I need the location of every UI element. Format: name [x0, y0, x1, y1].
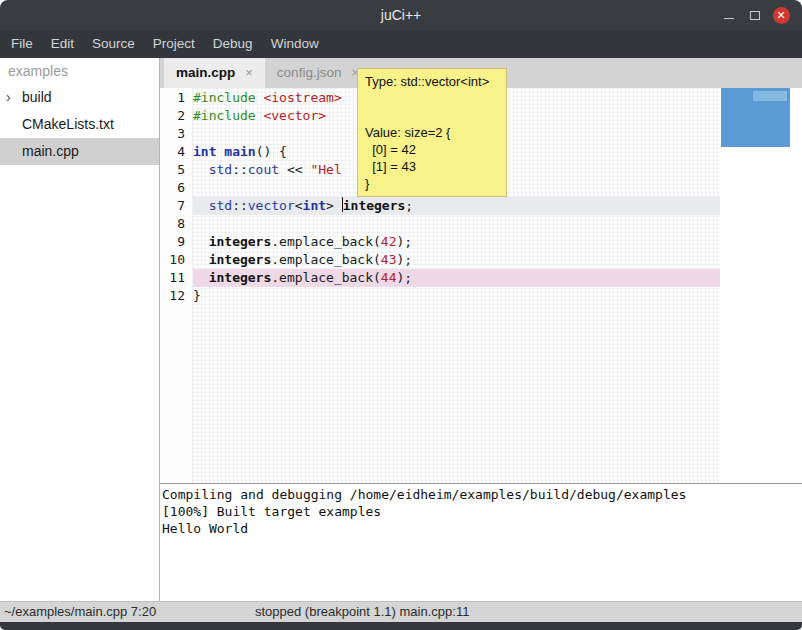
tooltip-line: [1] = 43 — [365, 158, 499, 175]
map-highlight — [753, 91, 787, 101]
code-token: #include — [193, 108, 263, 123]
scroll-indicator[interactable] — [721, 88, 790, 147]
line-number: 4 — [160, 143, 192, 161]
tab-main-cpp[interactable]: main.cpp× — [164, 58, 265, 88]
menu-bar: FileEditSourceProjectDebugWindow — [0, 30, 802, 58]
code-token: ); — [397, 270, 413, 285]
close-icon[interactable]: × — [245, 65, 253, 80]
code-token: integers — [343, 198, 406, 213]
code-line-9: integers.emplace_back(42); — [193, 233, 720, 251]
tab-config-json[interactable]: config.json× — [265, 58, 371, 88]
terminal-line: [100%] Built target examples — [162, 503, 802, 520]
window-edge — [0, 622, 802, 630]
code-token: .emplace_back( — [271, 234, 381, 249]
code-token: :: — [232, 162, 248, 177]
code-token: < — [295, 198, 303, 213]
tooltip-line — [365, 107, 499, 124]
menu-item-debug[interactable]: Debug — [204, 30, 262, 58]
window-controls: ✕ — [716, 0, 794, 30]
chevron-right-icon[interactable]: › — [6, 84, 11, 111]
code-token: .emplace_back( — [271, 252, 381, 267]
line-number: 1 — [160, 89, 192, 107]
tooltip-line — [365, 90, 499, 107]
code-line-12: } — [193, 287, 720, 305]
menu-item-file[interactable]: File — [2, 30, 42, 58]
code-line-7: std::vector<int> integers; — [193, 197, 720, 215]
code-line-11: integers.emplace_back(44); — [193, 269, 720, 287]
code-token: ); — [397, 252, 413, 267]
code-token: () { — [256, 144, 287, 159]
code-token: <vector> — [263, 108, 326, 123]
tooltip-line: [0] = 42 — [365, 141, 499, 158]
file-label: main.cpp — [0, 143, 79, 159]
menu-item-window[interactable]: Window — [262, 30, 328, 58]
code-token: std — [209, 198, 232, 213]
tooltip-line: Type: std::vector<int> — [365, 73, 499, 90]
code-token: cout — [248, 162, 279, 177]
terminal-output[interactable]: Compiling and debugging /home/eidheim/ex… — [160, 483, 802, 601]
window-title: juCi++ — [0, 7, 802, 23]
code-token: vector — [248, 198, 295, 213]
tab-label: main.cpp — [176, 65, 235, 80]
code-token: <iostream> — [263, 90, 341, 105]
code-token: integers — [209, 270, 272, 285]
code-token: :: — [232, 198, 248, 213]
status-bar: ~/examples/main.cpp 7:20 stopped (breakp… — [0, 601, 802, 622]
code-token — [193, 162, 209, 177]
code-line-10: integers.emplace_back(43); — [193, 251, 720, 269]
menu-item-project[interactable]: Project — [144, 30, 204, 58]
sidebar-item-main-cpp[interactable]: main.cpp — [0, 138, 159, 165]
code-token: "Hel — [310, 162, 341, 177]
menu-item-edit[interactable]: Edit — [42, 30, 83, 58]
title-bar[interactable]: juCi++ ✕ — [0, 0, 802, 30]
line-number: 5 — [160, 161, 192, 179]
minimize-button[interactable] — [716, 2, 742, 28]
line-number: 2 — [160, 107, 192, 125]
terminal-line: Hello World — [162, 520, 802, 537]
maximize-icon — [750, 11, 760, 20]
line-number: 3 — [160, 125, 192, 143]
terminal-line: Compiling and debugging /home/eidheim/ex… — [162, 486, 802, 503]
close-icon: ✕ — [773, 7, 790, 24]
gutter: 123456789101112 — [160, 88, 193, 484]
source-map[interactable] — [720, 88, 802, 484]
code-token: int — [303, 198, 326, 213]
code-token: integers — [209, 234, 272, 249]
code-token: } — [193, 288, 201, 303]
sidebar-item-cmakelists-txt[interactable]: CMakeLists.txt — [0, 111, 159, 138]
line-number: 10 — [160, 251, 192, 269]
line-number: 6 — [160, 179, 192, 197]
code-token: ; — [405, 198, 413, 213]
file-label: CMakeLists.txt — [0, 116, 114, 132]
tab-label: config.json — [277, 65, 342, 80]
code-token: << — [279, 162, 310, 177]
code-token: 44 — [381, 270, 397, 285]
app-window: juCi++ ✕ FileEditSourceProjectDebugWindo… — [0, 0, 802, 630]
tooltip-line: } — [365, 175, 499, 192]
code-token: main — [224, 144, 255, 159]
line-number: 8 — [160, 215, 192, 233]
maximize-button[interactable] — [742, 2, 768, 28]
code-token — [193, 234, 209, 249]
debug-tooltip: Type: std::vector<int> Value: size=2 { [… — [357, 68, 507, 197]
code-token — [193, 198, 209, 213]
code-token — [193, 252, 209, 267]
line-number: 11 — [160, 269, 192, 287]
line-number: 7 — [160, 197, 192, 215]
code-token: int — [193, 144, 216, 159]
code-token: .emplace_back( — [271, 270, 381, 285]
project-selector[interactable]: examples — [0, 58, 159, 84]
code-token: integers — [209, 252, 272, 267]
code-line-8 — [193, 215, 720, 233]
file-position: ~/examples/main.cpp 7:20 — [4, 604, 156, 619]
sidebar-item-build[interactable]: ›build — [0, 84, 159, 111]
close-button[interactable]: ✕ — [768, 2, 794, 28]
code-token — [334, 198, 342, 213]
sidebar: examples ›buildCMakeLists.txtmain.cpp — [0, 58, 160, 601]
code-token: ); — [397, 234, 413, 249]
code-token: > — [326, 198, 334, 213]
debug-status: stopped (breakpoint 1.1) main.cpp:11 — [255, 604, 469, 619]
code-token: std — [209, 162, 232, 177]
menu-item-source[interactable]: Source — [83, 30, 144, 58]
minimize-icon — [724, 18, 734, 19]
